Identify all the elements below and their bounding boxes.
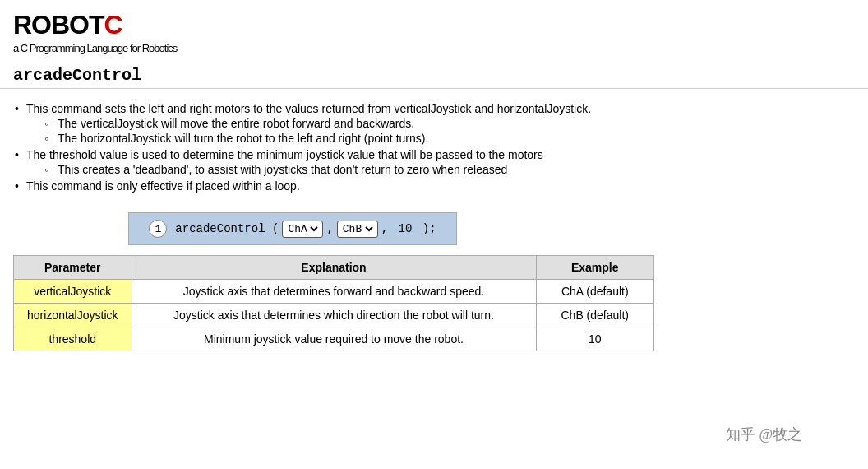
code-suffix: ); [422, 222, 436, 235]
table-row: verticalJoystick Joystick axis that dete… [14, 280, 654, 304]
watermark: 知乎 @牧之 [726, 425, 802, 444]
logo-robot-text: ROBOT [13, 10, 104, 39]
description-section: This command sets the left and right mot… [0, 95, 868, 206]
code-threshold-value: 10 [391, 222, 419, 235]
code-comma1: , [326, 222, 333, 235]
line-number: 1 [149, 220, 167, 238]
logo-c-text: C [104, 10, 122, 39]
sub-item-text: This creates a 'deadband', to assist wit… [58, 163, 507, 176]
logo: ROBOTC a C Programming Language for Robo… [13, 10, 177, 54]
code-block: 1 arcadeControl ( ChA ChB ChC ChD , ChA … [128, 212, 457, 245]
param2-select[interactable]: ChA ChB ChC ChD [339, 222, 376, 236]
params-table: Parameter Explanation Example verticalJo… [13, 255, 654, 351]
list-item-text: The threshold value is used to determine… [26, 148, 543, 161]
description-list: This command sets the left and right mot… [13, 102, 855, 193]
param-cell: horizontalJoystick [14, 304, 132, 327]
param1-select-wrapper[interactable]: ChA ChB ChC ChD [282, 221, 323, 238]
explanation-cell: Joystick axis that determines which dire… [132, 304, 536, 327]
param1-select[interactable]: ChA ChB ChC ChD [284, 222, 321, 236]
function-title-bar: arcadeControl [0, 59, 868, 89]
list-item: The threshold value is used to determine… [13, 148, 855, 176]
explanation-cell: Joystick axis that determines forward an… [132, 280, 536, 304]
col-header-explanation: Explanation [132, 256, 536, 280]
list-item-text: This command is only effective if placed… [26, 179, 300, 193]
list-item: This command is only effective if placed… [13, 179, 855, 193]
sub-list-item: The verticalJoystick will move the entir… [43, 117, 855, 130]
list-item: This command sets the left and right mot… [13, 102, 855, 145]
table-row: horizontalJoystick Joystick axis that de… [14, 304, 654, 327]
param-cell: threshold [14, 327, 132, 351]
sub-list: This creates a 'deadband', to assist wit… [26, 163, 855, 176]
col-header-example: Example [536, 256, 654, 280]
param-cell: verticalJoystick [14, 280, 132, 304]
example-cell: ChB (default) [536, 304, 654, 327]
table-row: threshold Minimum joystick value require… [14, 327, 654, 351]
logo-tagline: a C Programming Language for Robotics [13, 42, 177, 54]
table-header-row: Parameter Explanation Example [14, 256, 654, 280]
sub-list-item: The horizontalJoystick will turn the rob… [43, 132, 855, 145]
example-cell: ChA (default) [536, 280, 654, 304]
header: ROBOTC a C Programming Language for Robo… [0, 0, 868, 59]
list-item-text: This command sets the left and right mot… [26, 102, 591, 115]
code-section: 1 arcadeControl ( ChA ChB ChC ChD , ChA … [0, 206, 868, 255]
function-title: arcadeControl [13, 66, 141, 85]
example-cell: 10 [536, 327, 654, 351]
code-comma2: , [381, 222, 388, 235]
explanation-cell: Minimum joystick value required to move … [132, 327, 536, 351]
param2-select-wrapper[interactable]: ChA ChB ChC ChD [337, 221, 378, 238]
sub-item-text: The verticalJoystick will move the entir… [58, 117, 414, 130]
col-header-parameter: Parameter [14, 256, 132, 280]
code-prefix: arcadeControl ( [175, 222, 279, 235]
sub-list: The verticalJoystick will move the entir… [26, 117, 855, 145]
sub-item-text: The horizontalJoystick will turn the rob… [58, 132, 428, 145]
table-section: Parameter Explanation Example verticalJo… [0, 255, 868, 365]
sub-list-item: This creates a 'deadband', to assist wit… [43, 163, 855, 176]
